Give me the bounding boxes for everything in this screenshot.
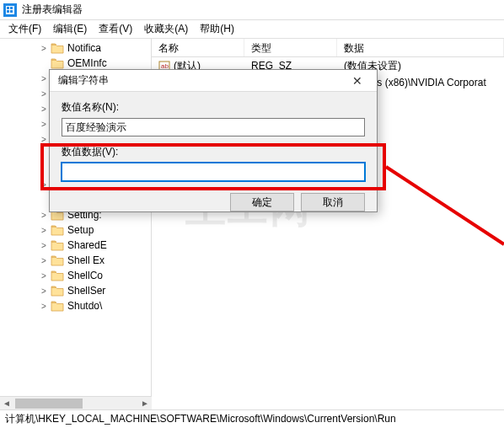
tree-item-label: Setup — [67, 224, 94, 236]
expander-icon[interactable]: > — [39, 211, 49, 220]
expander-icon[interactable]: > — [39, 241, 49, 250]
expander-icon[interactable]: > — [39, 226, 49, 235]
ok-button[interactable]: 确定 — [230, 193, 294, 211]
value-name-input[interactable] — [62, 118, 365, 136]
tree-item-shellser[interactable]: >ShellSer — [51, 283, 151, 298]
tree-item-label: SharedE — [67, 239, 107, 251]
expander-icon[interactable]: > — [39, 89, 49, 99]
tree-item-shellex[interactable]: >Shell Ex — [51, 253, 151, 268]
folder-icon — [51, 42, 64, 54]
expander-icon[interactable]: > — [39, 302, 49, 311]
list-header: 名称 类型 数据 — [152, 39, 504, 57]
expander-icon[interactable]: > — [39, 286, 49, 296]
svg-rect-6 — [10, 10, 13, 13]
window-title: 注册表编辑器 — [22, 3, 83, 17]
titlebar: 注册表编辑器 — [0, 0, 504, 20]
expander-icon[interactable]: > — [39, 180, 49, 190]
folder-icon — [51, 239, 64, 251]
col-type[interactable]: 类型 — [244, 39, 337, 56]
tree-item-label: OEMInfc — [67, 57, 107, 69]
status-path: 计算机\HKEY_LOCAL_MACHINE\SOFTWARE\Microsof… — [5, 412, 396, 426]
scroll-right-icon[interactable]: ► — [138, 397, 152, 410]
menu-help[interactable]: 帮助(H) — [195, 20, 239, 38]
col-data[interactable]: 数据 — [337, 39, 504, 56]
tree-item-setup[interactable]: >Setup — [51, 222, 151, 238]
expander-icon[interactable]: > — [39, 120, 49, 129]
folder-icon — [51, 57, 64, 69]
tree-scrollbar[interactable]: ◄ ► — [0, 396, 152, 409]
tree-item-shellco[interactable]: >ShellCo — [51, 268, 151, 283]
cancel-button[interactable]: 取消 — [301, 193, 365, 211]
close-icon[interactable]: ✕ — [343, 72, 372, 89]
value-data-label: 数值数据(V): — [62, 145, 365, 159]
folder-icon — [51, 270, 64, 281]
menu-favorites[interactable]: 收藏夹(A) — [139, 20, 193, 38]
menu-view[interactable]: 查看(V) — [94, 20, 137, 38]
tree-item-label: ShellCo — [67, 270, 103, 281]
value-name-label: 数值名称(N): — [62, 100, 365, 115]
tree-item-notifica[interactable]: >Notifica — [51, 40, 151, 56]
app-icon — [3, 3, 17, 17]
tree-item-sharede[interactable]: >SharedE — [51, 238, 151, 253]
expander-icon[interactable]: > — [39, 271, 49, 281]
col-name[interactable]: 名称 — [152, 39, 244, 56]
expander-icon[interactable]: > — [39, 135, 49, 144]
menubar: 文件(F) 编辑(E) 查看(V) 收藏夹(A) 帮助(H) — [0, 20, 504, 39]
dialog-title: 编辑字符串 — [58, 73, 109, 88]
tree-item-label: Notifica — [67, 42, 101, 54]
menu-file[interactable]: 文件(F) — [3, 20, 46, 38]
value-data-input[interactable] — [62, 163, 365, 181]
folder-icon — [51, 254, 64, 266]
tree-item-label: ShellSer — [67, 285, 105, 297]
svg-rect-4 — [10, 7, 13, 9]
tree-item-label: Shutdo\ — [67, 300, 102, 312]
folder-icon — [51, 285, 64, 297]
edit-string-dialog: 编辑字符串 ✕ 数值名称(N): 数值数据(V): 确定 取消 — [49, 69, 378, 212]
svg-rect-5 — [7, 10, 9, 13]
tree-item-label: Shell Ex — [67, 254, 105, 266]
tree-item-shutdo[interactable]: >Shutdo\ — [51, 298, 151, 313]
scrollbar-thumb[interactable] — [15, 399, 83, 409]
expander-icon[interactable]: > — [39, 256, 49, 265]
folder-icon — [51, 224, 64, 236]
expander-icon[interactable]: > — [39, 74, 49, 83]
scroll-left-icon[interactable]: ◄ — [0, 397, 13, 410]
dialog-titlebar[interactable]: 编辑字符串 ✕ — [50, 70, 377, 92]
expander-icon[interactable]: > — [39, 44, 49, 53]
svg-rect-3 — [7, 7, 9, 9]
menu-edit[interactable]: 编辑(E) — [48, 20, 92, 38]
folder-icon — [51, 300, 64, 312]
expander-icon[interactable]: > — [39, 104, 49, 114]
statusbar: 计算机\HKEY_LOCAL_MACHINE\SOFTWARE\Microsof… — [0, 409, 504, 428]
